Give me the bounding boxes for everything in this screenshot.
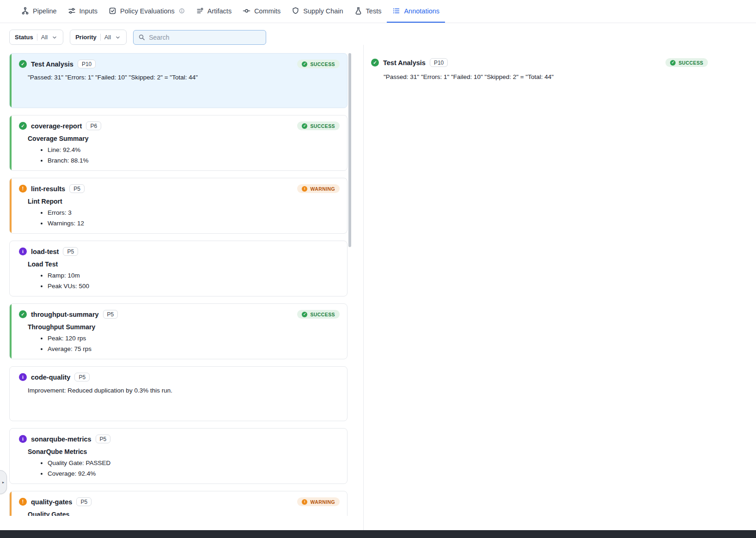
chevron-down-icon bbox=[51, 34, 58, 41]
success-icon bbox=[19, 310, 27, 318]
priority-filter-value: All bbox=[104, 34, 111, 41]
card-header: code-quality P5 bbox=[19, 373, 340, 381]
status-label: WARNING bbox=[310, 186, 335, 192]
status-icon bbox=[302, 312, 307, 317]
annotation-list-column: Test Analysis P10 SUCCESS "Passed: 31" "… bbox=[0, 45, 363, 530]
detail-header: Test Analysis P10 SUCCESS bbox=[371, 58, 708, 67]
tab-commits[interactable]: Commits bbox=[237, 0, 286, 23]
tab-policy-evaluations[interactable]: Policy Evaluations bbox=[103, 0, 190, 23]
status-icon bbox=[302, 499, 307, 505]
card-header: sonarqube-metrics P5 bbox=[19, 435, 340, 443]
main-content: Test Analysis P10 SUCCESS "Passed: 31" "… bbox=[0, 45, 756, 530]
annotations-icon bbox=[392, 7, 400, 15]
artifacts-icon bbox=[196, 7, 204, 15]
tab-label: Artifacts bbox=[207, 7, 232, 15]
card-heading: SonarQube Metrics bbox=[28, 448, 340, 455]
pipeline-icon bbox=[21, 7, 29, 15]
list-scrollbar-thumb[interactable] bbox=[348, 53, 351, 247]
status-filter-label: Status bbox=[15, 34, 33, 41]
annotation-card[interactable]: load-test P5 Load Test Ramp: 10mPeak VUs… bbox=[9, 241, 348, 296]
filter-bar: Status All Priority All bbox=[9, 30, 756, 45]
tab-label: Supply Chain bbox=[303, 7, 343, 15]
tab-label: Pipeline bbox=[33, 7, 57, 15]
status-badge: SUCCESS bbox=[297, 310, 340, 319]
card-heading: Throughput Summary bbox=[28, 323, 340, 331]
priority-badge: P5 bbox=[76, 497, 91, 506]
card-title: code-quality bbox=[31, 374, 70, 381]
card-title: Test Analysis bbox=[31, 60, 73, 68]
annotation-card[interactable]: Test Analysis P10 SUCCESS "Passed: 31" "… bbox=[9, 53, 348, 108]
bullet-item: Errors: 3 bbox=[48, 208, 340, 217]
detail-title: Test Analysis bbox=[383, 59, 426, 66]
tab-supply-chain[interactable]: Supply Chain bbox=[286, 0, 348, 23]
detail-status-badge: SUCCESS bbox=[665, 58, 708, 67]
annotation-card[interactable]: code-quality P5 Improvement: Reduced dup… bbox=[9, 366, 348, 421]
annotation-card[interactable]: lint-results P5 WARNING Lint Report Erro… bbox=[9, 178, 348, 234]
status-badge: WARNING bbox=[297, 184, 340, 193]
tab-annotations[interactable]: Annotations bbox=[387, 0, 445, 23]
tab-artifacts[interactable]: Artifacts bbox=[190, 0, 237, 23]
bottom-bar bbox=[0, 530, 756, 538]
priority-badge: P6 bbox=[86, 121, 101, 130]
card-bullets: Line: 92.4%Branch: 88.1% bbox=[19, 145, 340, 165]
priority-badge: P5 bbox=[96, 435, 111, 443]
status-label: WARNING bbox=[310, 499, 335, 505]
priority-badge: P5 bbox=[63, 247, 78, 256]
card-title: quality-gates bbox=[31, 498, 72, 506]
bullet-item: Coverage: 92.4% bbox=[48, 469, 340, 478]
priority-badge: P10 bbox=[78, 60, 96, 68]
search-icon bbox=[138, 34, 145, 41]
divider bbox=[37, 34, 37, 41]
card-header: quality-gates P5 WARNING bbox=[19, 497, 340, 506]
tab-label: Annotations bbox=[404, 7, 439, 15]
annotation-card[interactable]: throughput-summary P5 SUCCESS Throughput… bbox=[9, 303, 348, 359]
success-icon bbox=[19, 60, 27, 68]
chevron-down-icon bbox=[115, 34, 121, 41]
status-label: SUCCESS bbox=[310, 61, 335, 67]
card-header: throughput-summary P5 SUCCESS bbox=[19, 310, 340, 319]
bullet-item: Branch: 88.1% bbox=[48, 156, 340, 165]
card-title: lint-results bbox=[31, 185, 65, 193]
tab-tests[interactable]: Tests bbox=[349, 0, 387, 23]
bullet-item: Warnings: 12 bbox=[48, 219, 340, 228]
bullet-item: Ramp: 10m bbox=[48, 271, 340, 280]
annotation-list: Test Analysis P10 SUCCESS "Passed: 31" "… bbox=[9, 53, 348, 516]
info-circle-icon bbox=[179, 8, 185, 14]
policy-icon bbox=[109, 7, 116, 15]
panel-expand-handle[interactable] bbox=[0, 470, 7, 494]
tab-pipeline[interactable]: Pipeline bbox=[16, 0, 62, 23]
detail-body-text: "Passed: 31" "Errors: 1" "Failed: 10" "S… bbox=[384, 73, 708, 80]
priority-badge: P5 bbox=[69, 184, 85, 193]
top-nav: Pipeline Inputs Policy Evaluations Artif… bbox=[0, 0, 756, 23]
bullet-item: Peak VUs: 500 bbox=[48, 282, 340, 290]
priority-filter-dropdown[interactable]: Priority All bbox=[70, 30, 127, 45]
card-title: load-test bbox=[31, 248, 59, 255]
card-header: lint-results P5 WARNING bbox=[19, 184, 340, 193]
status-label: SUCCESS bbox=[310, 312, 335, 317]
warning-icon bbox=[19, 185, 27, 193]
divider bbox=[100, 34, 101, 41]
tab-bar: Pipeline Inputs Policy Evaluations Artif… bbox=[16, 0, 445, 23]
priority-badge: P5 bbox=[103, 310, 118, 319]
status-filter-dropdown[interactable]: Status All bbox=[9, 30, 63, 45]
annotation-card[interactable]: sonarqube-metrics P5 SonarQube Metrics Q… bbox=[9, 428, 348, 484]
search-input[interactable] bbox=[149, 34, 261, 41]
status-badge: SUCCESS bbox=[297, 121, 340, 130]
inputs-icon bbox=[68, 7, 76, 15]
annotation-card[interactable]: coverage-report P6 SUCCESS Coverage Summ… bbox=[9, 115, 348, 171]
card-body-text: Improvement: Reduced duplication by 0.3%… bbox=[28, 387, 340, 394]
bullet-item: Peak: 120 rps bbox=[48, 334, 340, 343]
card-heading: Coverage Summary bbox=[28, 135, 340, 142]
card-bullets: Ramp: 10mPeak VUs: 500 bbox=[19, 271, 340, 290]
tab-label: Commits bbox=[254, 7, 280, 15]
card-bullets: Peak: 120 rpsAverage: 75 rps bbox=[19, 334, 340, 353]
status-label: SUCCESS bbox=[310, 123, 335, 129]
tab-inputs[interactable]: Inputs bbox=[62, 0, 104, 23]
bullet-item: Quality Gate: PASSED bbox=[48, 459, 340, 467]
commits-icon bbox=[243, 7, 250, 15]
search-box[interactable] bbox=[133, 30, 266, 45]
annotation-card[interactable]: quality-gates P5 WARNING Quality Gates bbox=[9, 491, 348, 516]
card-title: sonarqube-metrics bbox=[31, 435, 91, 443]
card-body-text: "Passed: 31" "Errors: 1" "Failed: 10" "S… bbox=[28, 74, 340, 81]
tests-icon bbox=[354, 7, 362, 15]
